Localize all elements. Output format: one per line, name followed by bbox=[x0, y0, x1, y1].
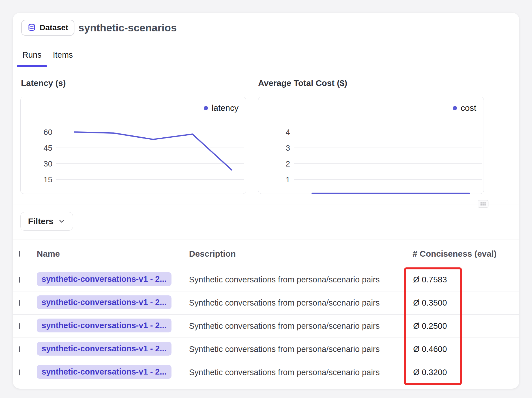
conciseness-value: Ø 0.3200 bbox=[413, 368, 519, 377]
page-title: synthetic-scenarios bbox=[78, 20, 177, 36]
dataset-card: Dataset synthetic-scenarios Runs Items L… bbox=[13, 13, 519, 389]
filters-button[interactable]: Filters bbox=[20, 212, 73, 231]
conciseness-value: Ø 0.4600 bbox=[413, 345, 519, 354]
row-checkbox[interactable] bbox=[19, 323, 20, 329]
run-name-badge[interactable]: synthetic-conversations-v1 - 2... bbox=[37, 295, 171, 309]
latency-legend[interactable]: latency bbox=[204, 103, 239, 113]
column-header-name: Name bbox=[37, 249, 185, 259]
cost-legend-dot-icon bbox=[453, 106, 457, 110]
latency-legend-dot-icon bbox=[204, 106, 208, 110]
database-icon bbox=[27, 23, 36, 32]
cost-chart-title: Average Total Cost ($) bbox=[258, 78, 347, 88]
svg-text:4: 4 bbox=[286, 128, 290, 137]
run-name-badge[interactable]: synthetic-conversations-v1 - 2... bbox=[37, 342, 171, 356]
conciseness-value: Ø 0.7583 bbox=[413, 275, 519, 284]
table-row[interactable]: synthetic-conversations-v1 - 2... Synthe… bbox=[13, 361, 519, 384]
svg-text:45: 45 bbox=[44, 144, 52, 152]
tab-items[interactable]: Items bbox=[47, 44, 79, 67]
resize-handle[interactable] bbox=[478, 200, 488, 208]
page: Dataset synthetic-scenarios Runs Items L… bbox=[0, 0, 532, 398]
row-checkbox[interactable] bbox=[19, 277, 20, 283]
run-description: Synthetic conversations from persona/sce… bbox=[189, 345, 380, 354]
row-checkbox[interactable] bbox=[19, 369, 20, 375]
conciseness-value: Ø 0.2500 bbox=[413, 321, 519, 331]
run-name-badge[interactable]: synthetic-conversations-v1 - 2... bbox=[37, 365, 171, 379]
cost-legend[interactable]: cost bbox=[453, 103, 476, 113]
run-description: Synthetic conversations from persona/sce… bbox=[189, 275, 380, 284]
svg-text:30: 30 bbox=[44, 159, 52, 168]
run-description: Synthetic conversations from persona/sce… bbox=[189, 298, 380, 308]
column-header-conciseness: # Conciseness (eval) bbox=[413, 249, 519, 259]
svg-text:2: 2 bbox=[286, 159, 290, 168]
run-description: Synthetic conversations from persona/sce… bbox=[189, 321, 380, 331]
svg-text:15: 15 bbox=[44, 175, 52, 184]
chevron-down-icon bbox=[58, 218, 65, 225]
row-checkbox[interactable] bbox=[19, 300, 20, 306]
conciseness-value: Ø 0.3500 bbox=[413, 298, 519, 308]
cost-legend-label: cost bbox=[461, 103, 476, 113]
table-row[interactable]: synthetic-conversations-v1 - 2... Synthe… bbox=[13, 315, 519, 338]
cost-chart: cost 4321 bbox=[258, 97, 484, 194]
dataset-badge-label: Dataset bbox=[40, 23, 68, 32]
run-description: Synthetic conversations from persona/sce… bbox=[189, 368, 380, 377]
table-row[interactable]: synthetic-conversations-v1 - 2... Synthe… bbox=[13, 338, 519, 361]
column-header-description: Description bbox=[189, 249, 236, 259]
row-checkbox[interactable] bbox=[19, 346, 20, 352]
run-name-badge[interactable]: synthetic-conversations-v1 - 2... bbox=[37, 272, 171, 286]
svg-text:3: 3 bbox=[286, 144, 290, 152]
select-all-checkbox[interactable] bbox=[19, 251, 20, 257]
table-row[interactable]: synthetic-conversations-v1 - 2... Synthe… bbox=[13, 291, 519, 315]
dataset-badge: Dataset bbox=[21, 20, 74, 36]
charts-divider bbox=[13, 204, 519, 204]
table-header-row: Name Description # Conciseness (eval) bbox=[13, 239, 519, 268]
tab-runs[interactable]: Runs bbox=[17, 44, 47, 67]
runs-table: Name Description # Conciseness (eval) sy… bbox=[13, 239, 519, 384]
latency-legend-label: latency bbox=[212, 103, 239, 113]
grip-dots-icon bbox=[480, 202, 486, 206]
latency-chart-title: Latency (s) bbox=[21, 78, 66, 88]
filters-button-label: Filters bbox=[28, 217, 53, 226]
table-row[interactable]: synthetic-conversations-v1 - 2... Synthe… bbox=[13, 268, 519, 291]
svg-text:1: 1 bbox=[286, 175, 290, 184]
run-name-badge[interactable]: synthetic-conversations-v1 - 2... bbox=[37, 319, 171, 332]
tab-bar: Runs Items bbox=[17, 44, 79, 67]
latency-chart: latency 60453015 bbox=[20, 97, 246, 194]
cost-line-plot: 4321 bbox=[258, 97, 484, 194]
svg-text:60: 60 bbox=[44, 128, 52, 137]
